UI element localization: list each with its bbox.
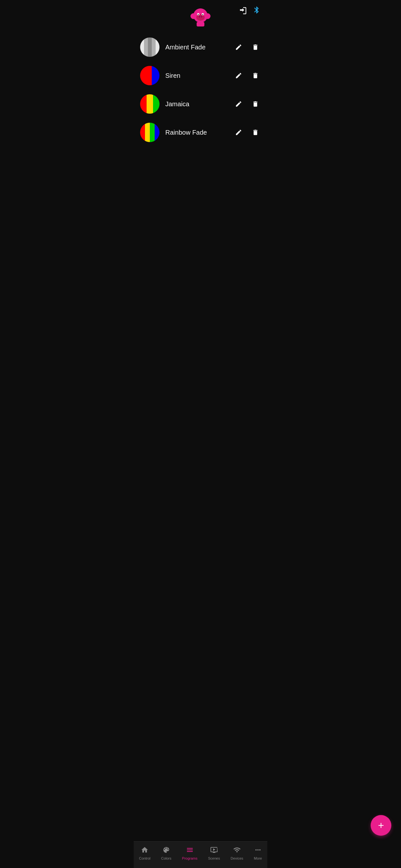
- header: [134, 0, 267, 30]
- nav-devices[interactable]: Devices: [227, 845, 246, 862]
- svg-rect-10: [197, 22, 204, 27]
- nav-scenes[interactable]: Scenes: [205, 845, 223, 862]
- app-logo: [190, 6, 211, 27]
- list-item: Siren: [134, 61, 267, 90]
- program-icon-ambient-fade: [140, 37, 159, 57]
- login-button[interactable]: [239, 6, 247, 14]
- svg-point-8: [199, 16, 200, 18]
- nav-label-programs: Programs: [182, 857, 197, 860]
- program-name: Siren: [165, 72, 227, 80]
- nav-colors[interactable]: Colors: [158, 845, 175, 862]
- devices-icon: [233, 846, 241, 855]
- program-icon-siren: [140, 66, 159, 85]
- delete-button[interactable]: [250, 42, 261, 53]
- bluetooth-button[interactable]: [252, 6, 261, 14]
- nav-label-colors: Colors: [161, 857, 172, 860]
- nav-label-devices: Devices: [230, 857, 243, 860]
- home-icon: [141, 846, 149, 855]
- list-item: Rainbow Fade: [134, 118, 267, 147]
- bottom-navigation: Control Colors Programs Scenes Devices M…: [134, 841, 267, 868]
- program-list: Ambient Fade Siren: [134, 30, 267, 868]
- program-name: Rainbow Fade: [165, 129, 227, 136]
- edit-button[interactable]: [233, 127, 244, 138]
- scenes-icon: [210, 846, 218, 855]
- edit-button[interactable]: [233, 70, 244, 81]
- program-name: Ambient Fade: [165, 43, 227, 51]
- program-name: Jamaica: [165, 100, 227, 108]
- nav-programs[interactable]: Programs: [179, 845, 201, 862]
- svg-point-9: [201, 16, 202, 18]
- program-icon-rainbow-fade: [140, 123, 159, 142]
- program-icon-jamaica: [140, 94, 159, 114]
- colors-icon: [162, 846, 170, 855]
- edit-button[interactable]: [233, 42, 244, 53]
- delete-button[interactable]: [250, 98, 261, 110]
- edit-button[interactable]: [233, 98, 244, 110]
- list-item: Ambient Fade: [134, 33, 267, 61]
- nav-label-control: Control: [139, 857, 150, 860]
- programs-icon: [186, 846, 194, 855]
- nav-control[interactable]: Control: [136, 845, 154, 862]
- nav-label-more: More: [254, 857, 262, 860]
- header-actions: [239, 6, 261, 14]
- list-item: Jamaica: [134, 90, 267, 118]
- svg-point-3: [196, 14, 205, 21]
- svg-point-6: [198, 14, 199, 15]
- delete-button[interactable]: [250, 127, 261, 138]
- svg-point-7: [203, 14, 204, 15]
- nav-more[interactable]: More: [251, 845, 265, 862]
- more-icon: [254, 846, 262, 855]
- nav-label-scenes: Scenes: [208, 857, 220, 860]
- delete-button[interactable]: [250, 70, 261, 81]
